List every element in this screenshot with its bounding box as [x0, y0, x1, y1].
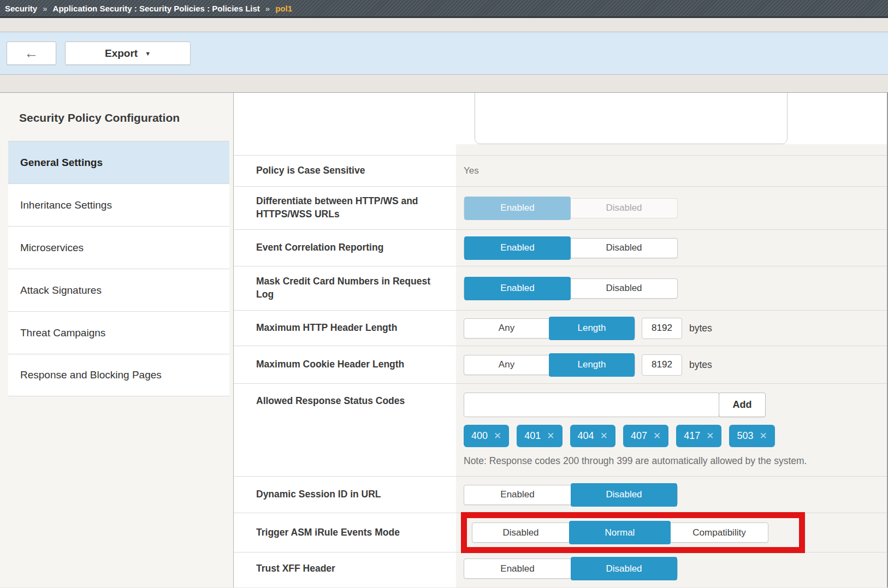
row-trust-xff: Trust XFF Header Enabled Disabled	[234, 552, 887, 587]
toolbar-gap	[0, 75, 888, 92]
row-max-cookie-header: Maximum Cookie Header Length Any Length …	[234, 346, 887, 383]
max-http-length-option[interactable]: Length	[549, 317, 635, 340]
differentiate-enabled-option[interactable]: Enabled	[464, 197, 571, 220]
chevron-down-icon: ▼	[145, 50, 151, 57]
remove-code-icon[interactable]: ✕	[494, 430, 501, 442]
export-button-label: Export	[105, 47, 138, 60]
breadcrumb-separator-icon: »	[265, 4, 270, 13]
row-allowed-status-codes: Allowed Response Status Codes Add 400 ✕ …	[234, 383, 887, 476]
sidebar-item-label: Threat Campaigns	[20, 327, 105, 339]
mask-credit-disabled-option[interactable]: Disabled	[571, 279, 677, 298]
status-code-chip-label: 417	[684, 430, 700, 442]
setting-label: Dynamic Session ID in URL	[234, 477, 456, 513]
setting-label: Mask Credit Card Numbers in Request Log	[234, 266, 456, 310]
toolbar-gap	[0, 18, 888, 32]
sidebar-item-general-settings[interactable]: General Settings	[8, 141, 229, 183]
remove-code-icon[interactable]: ✕	[760, 430, 767, 442]
sidebar-item-label: Microservices	[20, 242, 84, 254]
event-correlation-disabled-option[interactable]: Disabled	[571, 239, 677, 258]
sidebar-item-response-blocking-pages[interactable]: Response and Blocking Pages	[8, 354, 229, 396]
status-code-chip: 417 ✕	[676, 425, 721, 447]
bigip-security-policy-screen: Security » Application Security : Securi…	[0, 0, 888, 588]
status-code-chip-label: 400	[471, 430, 488, 442]
setting-label: Trigger ASM iRule Events Mode	[234, 513, 456, 552]
sidebar-item-label: Response and Blocking Pages	[20, 369, 162, 381]
setting-label: Event Correlation Reporting	[234, 230, 456, 266]
export-button[interactable]: Export ▼	[65, 41, 191, 65]
trust-xff-enabled-option[interactable]: Enabled	[464, 559, 571, 578]
trigger-irule-disabled-option[interactable]: Disabled	[472, 523, 569, 542]
settings-top-strip	[234, 93, 887, 144]
trust-xff-disabled-option[interactable]: Disabled	[571, 557, 677, 580]
status-code-input[interactable]	[464, 393, 719, 417]
dynamic-session-enabled-option[interactable]: Enabled	[464, 485, 571, 504]
remove-code-icon[interactable]: ✕	[653, 430, 661, 442]
sidebar-item-label: General Settings	[20, 157, 103, 169]
status-code-chip-label: 503	[737, 430, 753, 442]
sidebar-item-attack-signatures[interactable]: Attack Signatures	[8, 269, 229, 311]
max-cookie-header-toggle: Any Length	[464, 355, 635, 375]
setting-label: Allowed Response Status Codes	[234, 384, 456, 476]
toolbar: ← Export ▼	[0, 32, 888, 75]
max-cookie-length-option[interactable]: Length	[549, 353, 635, 377]
status-code-chip: 407 ✕	[623, 425, 668, 447]
breadcrumb-path[interactable]: Application Security : Security Policies…	[53, 4, 260, 13]
trust-xff-toggle: Enabled Disabled	[464, 559, 678, 579]
status-code-chip-label: 401	[524, 430, 541, 442]
setting-label: Maximum Cookie Header Length	[234, 346, 456, 383]
setting-label: Differentiate between HTTP/WS and HTTPS/…	[234, 187, 456, 229]
remove-code-icon[interactable]: ✕	[547, 430, 554, 442]
breadcrumb: Security » Application Security : Securi…	[0, 0, 888, 18]
event-correlation-toggle: Enabled Disabled	[464, 238, 678, 258]
setting-label: Maximum HTTP Header Length	[234, 311, 456, 346]
breadcrumb-separator-icon: »	[43, 4, 47, 13]
add-status-code-button[interactable]: Add	[719, 393, 766, 417]
max-http-header-toggle: Any Length	[464, 318, 635, 338]
content-area: Security Policy Configuration General Se…	[0, 92, 888, 587]
max-cookie-length-input[interactable]	[642, 354, 682, 376]
case-sensitive-value: Yes	[464, 165, 479, 176]
row-case-sensitive: Policy is Case Sensitive Yes	[234, 155, 887, 186]
max-http-unit-label: bytes	[689, 323, 712, 334]
breadcrumb-section[interactable]: Security	[5, 4, 37, 13]
row-mask-credit-card: Mask Credit Card Numbers in Request Log …	[234, 266, 887, 310]
row-event-correlation: Event Correlation Reporting Enabled Disa…	[234, 229, 887, 266]
trigger-irule-toggle: Disabled Normal Compatibility	[472, 522, 768, 543]
sidebar-item-label: Attack Signatures	[20, 284, 102, 296]
sidebar-item-label: Inheritance Settings	[20, 199, 112, 211]
event-correlation-enabled-option[interactable]: Enabled	[464, 236, 571, 260]
back-button[interactable]: ←	[7, 41, 56, 65]
sidebar-item-inheritance-settings[interactable]: Inheritance Settings	[8, 183, 229, 226]
remove-code-icon[interactable]: ✕	[706, 430, 714, 442]
mask-credit-enabled-option[interactable]: Enabled	[464, 277, 571, 300]
sidebar-item-microservices[interactable]: Microservices	[8, 226, 229, 269]
differentiate-disabled-option[interactable]: Disabled	[571, 199, 677, 218]
policy-name-field-partial[interactable]	[475, 93, 788, 144]
sidebar-item-threat-campaigns[interactable]: Threat Campaigns	[8, 311, 229, 354]
sidebar: Security Policy Configuration General Se…	[0, 93, 234, 587]
setting-label: Policy is Case Sensitive	[234, 156, 456, 186]
max-cookie-unit-label: bytes	[689, 359, 712, 371]
row-spacer	[234, 144, 887, 155]
max-cookie-any-option[interactable]: Any	[464, 355, 549, 375]
row-differentiate-urls: Differentiate between HTTP/WS and HTTPS/…	[234, 186, 887, 229]
status-code-chip: 400 ✕	[464, 425, 509, 447]
status-code-chip-label: 404	[578, 430, 594, 442]
status-code-chips: 400 ✕ 401 ✕ 404 ✕ 407 ✕	[464, 425, 775, 447]
remove-code-icon[interactable]: ✕	[600, 430, 608, 442]
sidebar-nav: General Settings Inheritance Settings Mi…	[8, 141, 229, 396]
back-arrow-icon: ←	[25, 45, 39, 62]
max-http-length-input[interactable]	[642, 318, 682, 339]
trigger-irule-normal-option[interactable]: Normal	[569, 521, 671, 544]
status-code-chip: 401 ✕	[517, 425, 562, 447]
status-code-chip-label: 407	[631, 430, 647, 442]
status-codes-note: Note: Response codes 200 through 399 are…	[464, 455, 807, 467]
trigger-irule-compatibility-option[interactable]: Compatibility	[671, 523, 768, 542]
dynamic-session-disabled-option[interactable]: Disabled	[571, 483, 677, 507]
max-http-any-option[interactable]: Any	[464, 319, 549, 338]
breadcrumb-current-policy: pol1	[275, 4, 292, 13]
row-max-http-header: Maximum HTTP Header Length Any Length by…	[234, 310, 887, 346]
row-trigger-irule-mode: Trigger ASM iRule Events Mode Disabled N…	[234, 513, 887, 552]
row-dynamic-session-id: Dynamic Session ID in URL Enabled Disabl…	[234, 476, 887, 513]
settings-panel: Policy is Case Sensitive Yes Differentia…	[234, 93, 887, 587]
